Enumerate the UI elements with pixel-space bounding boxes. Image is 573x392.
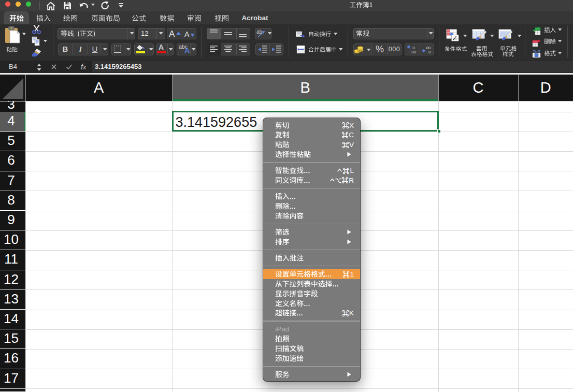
svg-text:A: A: [169, 29, 175, 39]
svg-text:.0: .0: [427, 50, 431, 54]
svg-text:.00: .00: [410, 50, 417, 54]
svg-text:A: A: [184, 30, 190, 38]
